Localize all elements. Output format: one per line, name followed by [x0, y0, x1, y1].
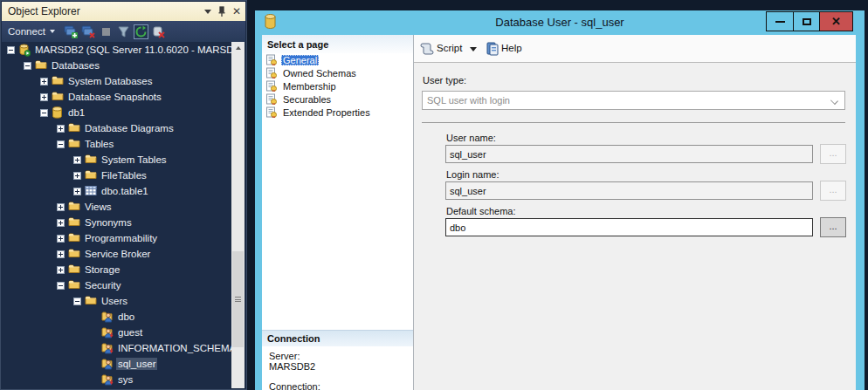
filter-icon[interactable]	[116, 24, 131, 39]
collapse-icon[interactable]	[7, 46, 15, 54]
folder-icon	[68, 216, 80, 229]
script-dropdown-icon[interactable]	[470, 47, 477, 51]
dialog-content: Script Help User type: SQL user with log…	[414, 35, 856, 390]
tree-item-synonyms[interactable]: Synonyms	[2, 215, 233, 230]
login-name-label: Login name:	[446, 169, 499, 180]
help-icon[interactable]	[486, 42, 499, 56]
minimize-button[interactable]	[766, 11, 793, 31]
folder-icon	[52, 91, 64, 103]
expand-icon[interactable]	[73, 172, 81, 180]
help-button[interactable]: Help	[501, 43, 522, 53]
collapse-icon[interactable]	[40, 109, 48, 117]
connect-button[interactable]: Connect	[8, 26, 45, 37]
tree-item-label: INFORMATION_SCHEMA	[116, 342, 233, 354]
collapse-icon[interactable]	[73, 298, 81, 305]
collapse-icon[interactable]	[57, 282, 65, 290]
dialog-toolbar: Script Help	[414, 35, 856, 63]
page-item-general[interactable]: General	[262, 53, 413, 66]
pin-icon[interactable]	[217, 6, 226, 17]
script-icon[interactable]	[419, 42, 435, 56]
close-button[interactable]: ✕	[820, 11, 853, 31]
tree-item-tables[interactable]: Tables	[2, 136, 233, 152]
expand-icon[interactable]	[73, 188, 81, 195]
expand-icon[interactable]	[73, 156, 81, 164]
page-item-membership[interactable]: Membership	[262, 79, 413, 92]
tree-item-system-tables[interactable]: System Tables	[2, 152, 233, 168]
scrollbar-thumb[interactable]	[232, 251, 244, 347]
stop-icon[interactable]	[99, 24, 114, 39]
maximize-button[interactable]	[793, 11, 820, 31]
tree-item-databases[interactable]: Databases	[2, 58, 233, 73]
user-disabled-icon	[101, 373, 114, 386]
page-icon	[265, 67, 277, 79]
tree-item-label: Programmability	[83, 232, 159, 244]
chevron-down-icon	[830, 97, 838, 105]
close-panel-icon[interactable]: ✕	[232, 6, 241, 17]
page-item-owned-schemas[interactable]: Owned Schemas	[262, 66, 413, 79]
tree-item-information-schema[interactable]: INFORMATION_SCHEMA	[2, 340, 233, 356]
user-type-label: User type:	[423, 75, 466, 86]
expand-icon[interactable]	[57, 219, 65, 227]
connect-dropdown-icon[interactable]	[50, 30, 55, 33]
folder-icon	[68, 138, 80, 150]
tree-item-sys[interactable]: sys	[2, 372, 233, 387]
folder-icon	[85, 169, 97, 181]
tree-item-dbo-table1[interactable]: dbo.table1	[2, 183, 233, 199]
default-schema-field[interactable]: dbo	[445, 218, 813, 236]
folder-icon	[68, 122, 80, 134]
stop-script-icon[interactable]	[151, 24, 166, 39]
user-type-select[interactable]: SQL user with login	[422, 91, 845, 110]
folder-icon	[68, 201, 80, 213]
tree-item-filetables[interactable]: FileTables	[2, 168, 233, 183]
page-item-securables[interactable]: Securables	[262, 92, 413, 106]
tree-item-database-diagrams[interactable]: Database Diagrams	[2, 120, 233, 136]
folder-icon	[68, 279, 80, 291]
collapse-icon[interactable]	[57, 140, 65, 148]
expand-icon[interactable]	[57, 235, 65, 243]
tree-item-security[interactable]: Security	[2, 277, 233, 293]
expand-icon[interactable]	[40, 78, 48, 86]
default-schema-browse-button[interactable]: ...	[820, 217, 846, 237]
database-user-dialog: Database User - sql_user ✕ Select a page…	[255, 10, 865, 390]
tree-item-label: guest	[116, 326, 144, 339]
tree-item-users[interactable]: Users	[2, 293, 233, 309]
tree-item-views[interactable]: Views	[2, 199, 233, 215]
script-button[interactable]: Script	[437, 43, 462, 53]
tree-item-dbo[interactable]: dbo	[2, 309, 233, 325]
user-name-field[interactable]: sql_user	[445, 145, 813, 163]
tree-scrollbar[interactable]	[231, 42, 245, 388]
select-a-page-pane: Select a page GeneralOwned SchemasMember…	[262, 35, 413, 390]
expand-icon[interactable]	[57, 250, 65, 258]
tree-item-programmability[interactable]: Programmability	[2, 230, 233, 246]
expand-icon[interactable]	[57, 266, 65, 274]
expand-icon[interactable]	[57, 125, 65, 133]
tree-item-sql-user[interactable]: sql_user	[2, 356, 233, 372]
tree-item-storage[interactable]: Storage	[2, 262, 233, 277]
tree-item-label: Synonyms	[83, 216, 134, 229]
scroll-up-icon[interactable]	[231, 42, 245, 54]
tree-item-guest[interactable]: guest	[2, 325, 233, 340]
dialog-body: Select a page GeneralOwned SchemasMember…	[262, 35, 856, 390]
page-item-label: Extended Properties	[281, 107, 372, 118]
login-name-browse-button: ...	[820, 181, 846, 201]
page-item-label: Securables	[281, 94, 333, 105]
window-position-icon[interactable]	[204, 10, 211, 14]
tree-item-database-snapshots[interactable]: Database Snapshots	[2, 89, 233, 105]
user-disabled-icon	[101, 342, 114, 354]
server-value: MARSDB2	[269, 361, 315, 372]
refresh-icon[interactable]	[134, 24, 148, 39]
tree-item-label: Storage	[83, 263, 121, 276]
page-item-extended-properties[interactable]: Extended Properties	[262, 106, 413, 119]
tree-item-service-broker[interactable]: Service Broker	[2, 246, 233, 262]
page-icon	[265, 54, 277, 65]
tree-item-db1[interactable]: db1	[2, 105, 233, 120]
connect-server-icon[interactable]	[64, 24, 79, 39]
tree-item-system-databases[interactable]: System Databases	[2, 73, 233, 89]
page-icon	[265, 93, 277, 105]
tree-item-marsdb2-sql-server-11-0-6020-marsd[interactable]: MARSDB2 (SQL Server 11.0.6020 - MARSD	[2, 42, 233, 58]
expand-icon[interactable]	[57, 203, 65, 211]
disconnect-server-icon[interactable]	[81, 24, 96, 39]
expand-icon[interactable]	[40, 93, 48, 101]
login-name-field[interactable]: sql_user	[445, 181, 813, 200]
collapse-icon[interactable]	[24, 62, 31, 70]
